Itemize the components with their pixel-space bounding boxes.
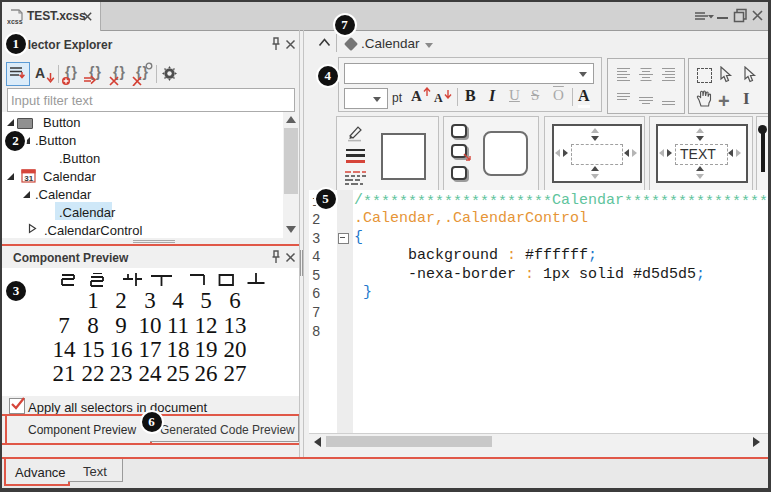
svg-text:xcss: xcss [7,18,23,25]
svg-text:31: 31 [24,174,33,183]
